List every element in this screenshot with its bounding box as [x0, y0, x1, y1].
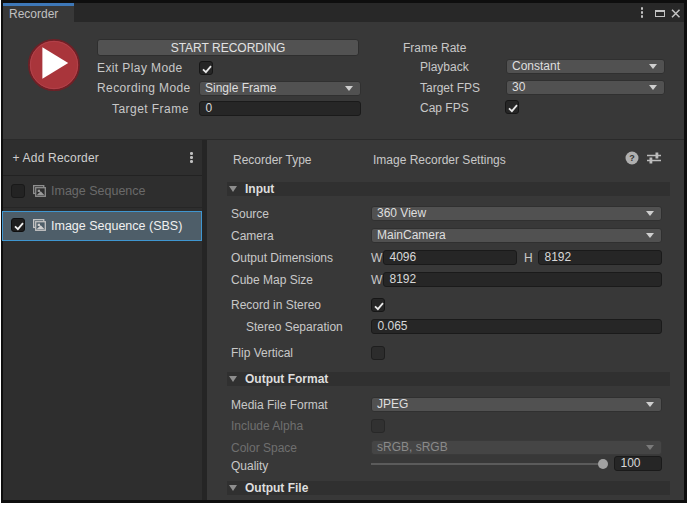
svg-text:?: ? — [629, 153, 635, 163]
